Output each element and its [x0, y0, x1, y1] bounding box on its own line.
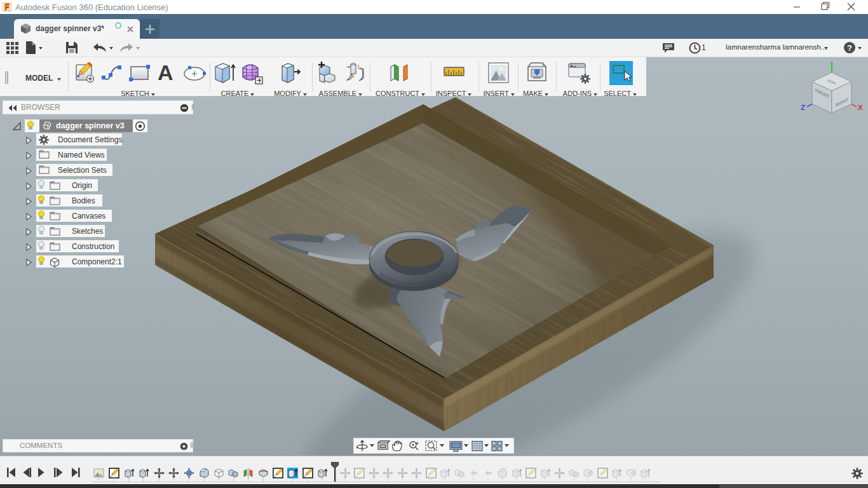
- svg-text:Z: Z: [801, 104, 805, 111]
- svg-text:?: ?: [847, 43, 852, 53]
- svg-text:X: X: [858, 104, 863, 111]
